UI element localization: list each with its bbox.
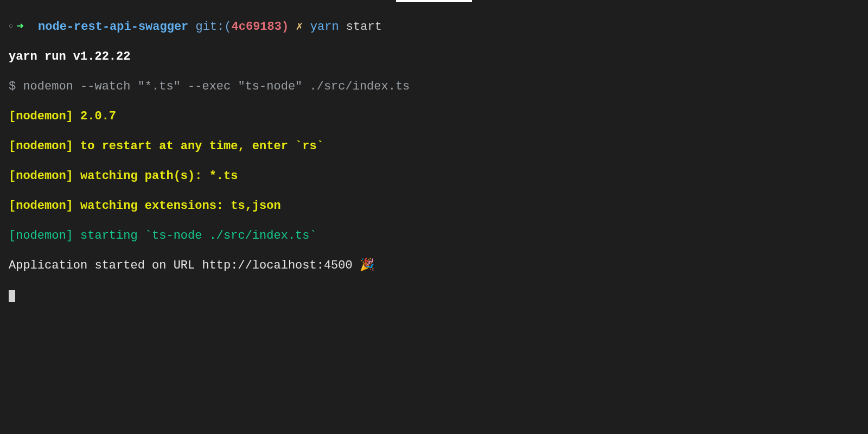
- terminal-cursor: [9, 290, 15, 302]
- nodemon-version-line: [nodemon] 2.0.7: [9, 109, 859, 124]
- app-started-line: Application started on URL http://localh…: [9, 258, 859, 273]
- nodemon-starting-line: [nodemon] starting `ts-node ./src/index.…: [9, 228, 859, 244]
- git-close-paren: ): [282, 20, 289, 34]
- command-arg: start: [346, 20, 382, 34]
- tab-indicator: [396, 0, 472, 2]
- cursor-line: [9, 288, 859, 303]
- yarn-version-line: yarn run v1.22.22: [9, 49, 859, 65]
- prompt-line: ○➜ node-rest-api-swagger git:(4c69183) ✗…: [9, 20, 859, 35]
- command-name: yarn: [310, 20, 339, 34]
- nodemon-paths-line: [nodemon] watching path(s): *.ts: [9, 169, 859, 184]
- prompt-directory: node-rest-api-swagger: [38, 20, 188, 34]
- git-hash: 4c69183: [232, 20, 282, 34]
- nodemon-restart-line: [nodemon] to restart at any time, enter …: [9, 139, 859, 154]
- nodemon-extensions-line: [nodemon] watching extensions: ts,json: [9, 199, 859, 214]
- git-label: git:(: [196, 20, 232, 34]
- git-dirty-icon: ✗: [296, 20, 303, 34]
- terminal-output[interactable]: ○➜ node-rest-api-swagger git:(4c69183) ✗…: [9, 4, 859, 318]
- spawn-command-line: $ nodemon --watch "*.ts" --exec "ts-node…: [9, 79, 859, 94]
- prompt-arrow-icon: ➜: [16, 20, 23, 34]
- status-circle-icon: ○: [9, 22, 13, 31]
